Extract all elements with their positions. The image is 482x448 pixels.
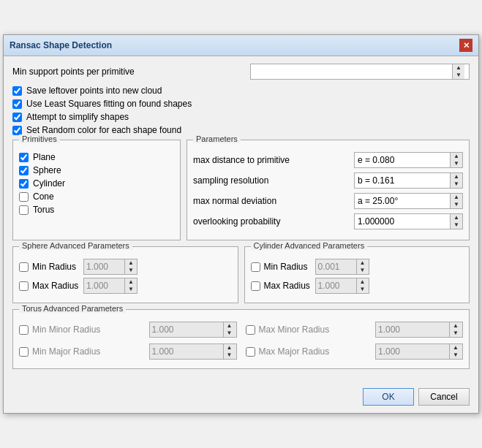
torus-adv-up-3[interactable]: ▲ — [450, 344, 462, 352]
torus-adv-checkbox-0[interactable] — [19, 325, 29, 335]
primitive-checkbox-0[interactable] — [19, 153, 29, 162]
param-input-3[interactable] — [355, 216, 450, 227]
close-button[interactable]: ✕ — [459, 39, 472, 52]
option-checkbox-3[interactable] — [12, 126, 22, 135]
sphere-adv-checkbox-0[interactable] — [19, 262, 29, 272]
param-row-2: max normal deviation▲▼ — [193, 193, 463, 209]
option-checkbox-label-1: Use Least Squares fitting on found shape… — [26, 99, 192, 109]
param-down-2[interactable]: ▼ — [451, 201, 462, 208]
panels-row: Primitives PlaneSphereCylinderConeTorus … — [12, 140, 470, 240]
torus-adv-label-3: Max Major Radius — [259, 346, 376, 357]
primitive-label-0: Plane — [33, 152, 56, 162]
parameters-title: Parameters — [193, 134, 241, 143]
param-up-2[interactable]: ▲ — [451, 194, 462, 201]
param-spinbox-1: ▲▼ — [354, 172, 463, 189]
min-support-spinbox-btns: ▲ ▼ — [452, 64, 464, 79]
sphere-adv-up-1[interactable]: ▲ — [125, 278, 137, 286]
option-checkbox-1[interactable] — [12, 99, 22, 109]
primitive-checkbox-1[interactable] — [19, 166, 29, 175]
param-row-3: overlooking probability▲▼ — [193, 213, 463, 229]
cyl-adv-input-1[interactable] — [316, 280, 356, 292]
torus-adv-input-2[interactable] — [150, 346, 223, 357]
sphere-adv-label-1: Max Radius — [32, 281, 83, 291]
primitive-checkbox-2[interactable] — [19, 179, 29, 189]
option-checkbox-row-1: Use Least Squares fitting on found shape… — [12, 99, 470, 109]
param-label-1: sampling resolution — [193, 175, 354, 186]
parameters-group: Parameters max distance to primitive▲▼sa… — [187, 140, 470, 240]
cyl-adv-input-0[interactable] — [316, 261, 356, 273]
torus-adv-up-2[interactable]: ▲ — [224, 344, 236, 352]
torus-adv-row-0: Min Minor Radius▲▼ — [19, 322, 237, 338]
primitive-checkbox-4[interactable] — [19, 205, 29, 215]
min-support-up[interactable]: ▲ — [453, 64, 464, 72]
torus-adv-label-0: Min Minor Radius — [32, 324, 149, 335]
torus-advanced-title: Torus Advanced Parameters — [19, 304, 126, 313]
primitive-checkbox-3[interactable] — [19, 192, 29, 202]
min-support-down[interactable]: ▼ — [453, 72, 464, 79]
option-checkbox-2[interactable] — [12, 113, 22, 122]
sphere-adv-down-0[interactable]: ▼ — [125, 267, 137, 274]
torus-adv-down-0[interactable]: ▼ — [224, 330, 236, 337]
param-down-1[interactable]: ▼ — [451, 181, 462, 188]
min-support-row: Min support points per primitive 500 ▲ ▼ — [12, 64, 470, 80]
param-spinbox-3: ▲▼ — [354, 213, 463, 229]
param-down-0[interactable]: ▼ — [451, 160, 462, 167]
torus-adv-row-3: Max Major Radius▲▼ — [246, 343, 464, 360]
torus-adv-down-1[interactable]: ▼ — [450, 330, 462, 337]
torus-adv-checkbox-2[interactable] — [19, 347, 29, 357]
ok-button[interactable]: OK — [363, 388, 414, 406]
primitive-row-0: Plane — [19, 152, 174, 162]
torus-adv-up-0[interactable]: ▲ — [224, 322, 236, 330]
primitive-row-2: Cylinder — [19, 178, 174, 189]
param-up-1[interactable]: ▲ — [451, 173, 462, 181]
title-bar: Ransac Shape Detection ✕ — [4, 35, 478, 56]
sphere-adv-down-1[interactable]: ▼ — [125, 286, 137, 293]
param-input-2[interactable] — [355, 195, 450, 207]
footer: OK Cancel — [4, 384, 478, 413]
cyl-adv-checkbox-1[interactable] — [251, 281, 260, 291]
sphere-advanced-group: Sphere Advanced Parameters Min Radius▲▼M… — [12, 246, 238, 303]
cancel-button[interactable]: Cancel — [418, 388, 470, 406]
options-checkboxes: Save leftover points into new cloudUse L… — [12, 86, 470, 135]
torus-adv-input-1[interactable] — [376, 324, 449, 335]
cyl-adv-label-0: Min Radius — [264, 262, 315, 272]
advanced-row: Sphere Advanced Parameters Min Radius▲▼M… — [12, 246, 470, 303]
param-input-0[interactable] — [355, 154, 450, 166]
param-up-3[interactable]: ▲ — [451, 214, 462, 221]
option-checkbox-0[interactable] — [12, 86, 22, 96]
sphere-adv-input-0[interactable] — [84, 261, 124, 273]
torus-adv-input-3[interactable] — [376, 346, 449, 357]
sphere-adv-checkbox-1[interactable] — [19, 281, 29, 291]
primitive-label-2: Cylinder — [33, 178, 65, 189]
torus-adv-down-2[interactable]: ▼ — [224, 352, 236, 359]
cyl-adv-up-0[interactable]: ▲ — [357, 259, 369, 267]
torus-adv-label-1: Max Minor Radius — [259, 324, 376, 335]
cyl-adv-down-0[interactable]: ▼ — [357, 267, 369, 274]
param-label-3: overlooking probability — [193, 216, 354, 227]
cyl-adv-row-1: Max Radius▲▼ — [251, 278, 464, 294]
cyl-adv-down-1[interactable]: ▼ — [357, 286, 369, 293]
cyl-adv-checkbox-0[interactable] — [251, 262, 260, 272]
cyl-adv-row-0: Min Radius▲▼ — [251, 259, 464, 275]
primitive-row-4: Torus — [19, 205, 174, 215]
option-checkbox-label-2: Attempt to simplify shapes — [26, 112, 129, 122]
cylinder-advanced-group: Cylinder Advanced Parameters Min Radius▲… — [244, 246, 470, 303]
torus-adv-row-2: Min Major Radius▲▼ — [19, 343, 237, 360]
torus-adv-input-0[interactable] — [150, 324, 223, 335]
torus-adv-up-1[interactable]: ▲ — [450, 322, 462, 330]
option-checkbox-label-3: Set Random color for each shape found — [26, 125, 181, 135]
primitive-label-1: Sphere — [33, 165, 61, 175]
option-checkbox-label-0: Save leftover points into new cloud — [26, 86, 162, 96]
option-checkbox-row-2: Attempt to simplify shapes — [12, 112, 470, 122]
param-up-0[interactable]: ▲ — [451, 153, 462, 160]
torus-adv-down-3[interactable]: ▼ — [450, 352, 462, 359]
sphere-adv-up-0[interactable]: ▲ — [125, 259, 137, 267]
torus-adv-checkbox-1[interactable] — [246, 325, 255, 335]
param-row-1: sampling resolution▲▼ — [193, 172, 463, 189]
cyl-adv-up-1[interactable]: ▲ — [357, 278, 369, 286]
param-input-1[interactable] — [355, 175, 450, 186]
min-support-input[interactable]: 500 — [251, 66, 452, 77]
torus-adv-checkbox-3[interactable] — [246, 347, 255, 357]
param-down-3[interactable]: ▼ — [451, 221, 462, 229]
sphere-adv-input-1[interactable] — [84, 280, 124, 292]
